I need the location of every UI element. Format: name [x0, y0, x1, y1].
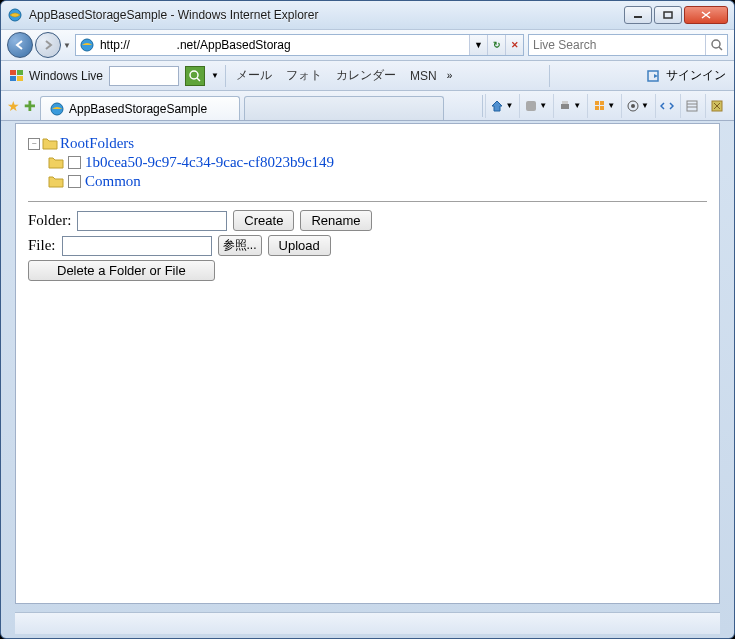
svg-rect-14 [526, 101, 536, 111]
tree-child-row: 1b0cea50-9c97-4c34-9cac-cf8023b9c149 [28, 153, 707, 172]
ie-icon [49, 101, 65, 117]
folder-icon [48, 156, 64, 170]
folder-form-row: Folder: Create Rename [28, 210, 707, 231]
tree-child-row: Common [28, 172, 707, 191]
file-form-row: File: 参照... Upload [28, 235, 707, 256]
add-favorite-icon[interactable]: ✚ [24, 98, 36, 114]
svg-rect-7 [17, 70, 23, 75]
live-search-input[interactable] [109, 66, 179, 86]
separator [28, 201, 707, 202]
tree-root-row: − RootFolders [28, 134, 707, 153]
windows-flag-icon [9, 68, 25, 84]
favorites-icon[interactable]: ★ [7, 98, 20, 114]
tree-checkbox[interactable] [68, 175, 81, 188]
signin-icon [646, 68, 662, 84]
svg-rect-2 [664, 12, 672, 18]
search-button[interactable] [705, 35, 727, 55]
tree-checkbox[interactable] [68, 156, 81, 169]
extra-button-2[interactable] [705, 94, 728, 118]
live-search-go[interactable] [185, 66, 205, 86]
titlebar: AppBasedStorageSample - Windows Internet… [1, 1, 734, 29]
folder-icon [42, 137, 58, 151]
nav-dropdown-icon[interactable]: ▼ [63, 41, 71, 50]
toolbar-link-mail[interactable]: メール [232, 67, 276, 84]
svg-line-5 [719, 47, 722, 50]
toolbar-more[interactable]: » [447, 70, 453, 81]
live-toolbar: Windows Live ▼ メール フォト カレンダー MSN » サインイン [1, 61, 734, 91]
navigation-bar: ▼ ▼ ↻ ✕ [1, 29, 734, 61]
svg-rect-17 [595, 101, 599, 105]
feeds-button[interactable]: ▼ [519, 94, 551, 118]
window-buttons [622, 6, 728, 24]
search-input[interactable] [529, 38, 705, 52]
address-bar: ▼ ↻ ✕ [75, 34, 524, 56]
tab-bar: ★ ✚ AppBasedStorageSample ▼ ▼ ▼ ▼ ▼ [1, 91, 734, 121]
svg-rect-16 [562, 101, 568, 104]
svg-rect-15 [561, 104, 569, 109]
folder-label: Folder: [28, 212, 71, 229]
tab-active[interactable]: AppBasedStorageSample [40, 96, 240, 120]
toolbar-link-msn[interactable]: MSN [406, 69, 441, 83]
window-title: AppBasedStorageSample - Windows Internet… [29, 8, 622, 22]
tree-child-link[interactable]: Common [85, 173, 141, 190]
close-button[interactable] [684, 6, 728, 24]
file-input[interactable] [62, 236, 212, 256]
svg-rect-18 [595, 106, 599, 110]
extra-button-1[interactable] [680, 94, 703, 118]
svg-rect-6 [10, 70, 16, 75]
home-button[interactable]: ▼ [485, 94, 517, 118]
svg-line-11 [197, 78, 200, 81]
create-button[interactable]: Create [233, 210, 294, 231]
upload-button[interactable]: Upload [268, 235, 331, 256]
dev-button[interactable] [655, 94, 678, 118]
page-icon [79, 37, 95, 53]
svg-point-4 [712, 40, 720, 48]
tab-title: AppBasedStorageSample [69, 102, 207, 116]
browse-button[interactable]: 参照... [218, 235, 262, 256]
minimize-button[interactable] [624, 6, 652, 24]
back-button[interactable] [7, 32, 33, 58]
collapse-icon[interactable]: − [28, 138, 40, 150]
ie-icon [7, 7, 23, 23]
svg-rect-23 [687, 101, 697, 111]
signin-button[interactable]: サインイン [646, 67, 726, 84]
file-label: File: [28, 237, 56, 254]
tree-child-link[interactable]: 1b0cea50-9c97-4c34-9cac-cf8023b9c149 [85, 154, 334, 171]
svg-rect-1 [634, 16, 642, 18]
folder-input[interactable] [77, 211, 227, 231]
svg-point-10 [190, 71, 198, 79]
svg-point-22 [631, 104, 635, 108]
new-tab-button[interactable] [244, 96, 444, 120]
svg-rect-19 [600, 101, 604, 105]
svg-rect-9 [17, 76, 23, 81]
stop-button[interactable]: ✕ [505, 35, 523, 55]
windows-live-brand[interactable]: Windows Live [9, 68, 103, 84]
delete-button[interactable]: Delete a Folder or File [28, 260, 215, 281]
browser-window: AppBasedStorageSample - Windows Internet… [0, 0, 735, 639]
refresh-button[interactable]: ↻ [487, 35, 505, 55]
chevron-down-icon[interactable]: ▼ [211, 71, 219, 80]
folder-icon [48, 175, 64, 189]
page-content: − RootFolders 1b0cea50-9c97-4c34-9cac-cf… [15, 123, 720, 604]
forward-button[interactable] [35, 32, 61, 58]
tools-button[interactable]: ▼ [621, 94, 653, 118]
rename-button[interactable]: Rename [300, 210, 371, 231]
toolbar-link-photo[interactable]: フォト [282, 67, 326, 84]
maximize-button[interactable] [654, 6, 682, 24]
address-dropdown[interactable]: ▼ [469, 35, 487, 55]
page-button[interactable]: ▼ [587, 94, 619, 118]
svg-rect-20 [600, 106, 604, 110]
tree-root-link[interactable]: RootFolders [60, 135, 134, 152]
status-bar [15, 612, 720, 634]
toolbar-link-calendar[interactable]: カレンダー [332, 67, 400, 84]
address-input[interactable] [98, 38, 469, 52]
print-button[interactable]: ▼ [553, 94, 585, 118]
delete-form-row: Delete a Folder or File [28, 260, 707, 281]
svg-rect-8 [10, 76, 16, 81]
search-bar [528, 34, 728, 56]
